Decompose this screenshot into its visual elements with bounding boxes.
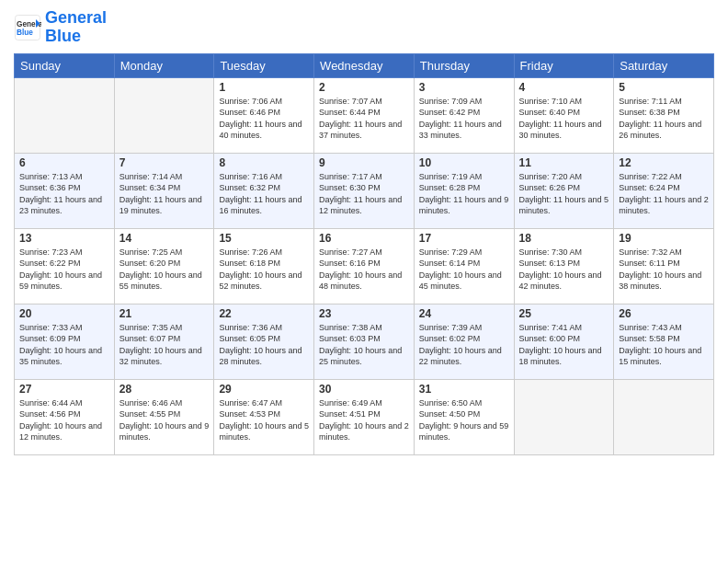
header-row: SundayMondayTuesdayWednesdayThursdayFrid… [15, 53, 714, 77]
day-number: 4 [519, 81, 609, 94]
day-number: 15 [219, 232, 309, 245]
day-info: Sunrise: 7:27 AM Sunset: 6:16 PM Dayligh… [319, 247, 409, 293]
day-info: Sunrise: 7:19 AM Sunset: 6:28 PM Dayligh… [419, 171, 509, 217]
day-number: 31 [419, 383, 509, 396]
day-info: Sunrise: 7:13 AM Sunset: 6:36 PM Dayligh… [19, 171, 109, 217]
svg-text:Blue: Blue [17, 28, 33, 36]
week-row-3: 20Sunrise: 7:33 AM Sunset: 6:09 PM Dayli… [15, 304, 714, 379]
day-number: 19 [619, 232, 709, 245]
day-info: Sunrise: 7:29 AM Sunset: 6:14 PM Dayligh… [419, 247, 509, 293]
day-number: 21 [119, 307, 210, 320]
calendar-cell: 11Sunrise: 7:20 AM Sunset: 6:26 PM Dayli… [514, 153, 614, 228]
day-info: Sunrise: 7:32 AM Sunset: 6:11 PM Dayligh… [619, 247, 709, 293]
col-header-saturday: Saturday [614, 53, 714, 77]
day-number: 24 [419, 307, 509, 320]
day-number: 12 [619, 156, 709, 169]
day-number: 27 [19, 383, 109, 396]
day-info: Sunrise: 7:23 AM Sunset: 6:22 PM Dayligh… [19, 247, 109, 293]
col-header-thursday: Thursday [414, 53, 514, 77]
calendar-cell: 8Sunrise: 7:16 AM Sunset: 6:32 PM Daylig… [214, 153, 314, 228]
day-info: Sunrise: 7:20 AM Sunset: 6:26 PM Dayligh… [519, 171, 609, 217]
calendar-cell: 5Sunrise: 7:11 AM Sunset: 6:38 PM Daylig… [614, 77, 714, 153]
day-info: Sunrise: 7:36 AM Sunset: 6:05 PM Dayligh… [219, 322, 309, 368]
col-header-monday: Monday [114, 53, 214, 77]
day-number: 23 [319, 307, 409, 320]
day-info: Sunrise: 6:49 AM Sunset: 4:51 PM Dayligh… [319, 397, 409, 443]
calendar-cell: 16Sunrise: 7:27 AM Sunset: 6:16 PM Dayli… [314, 228, 415, 304]
col-header-sunday: Sunday [15, 53, 115, 77]
calendar-cell: 4Sunrise: 7:10 AM Sunset: 6:40 PM Daylig… [514, 77, 614, 153]
day-info: Sunrise: 7:11 AM Sunset: 6:38 PM Dayligh… [619, 96, 709, 142]
calendar-cell: 6Sunrise: 7:13 AM Sunset: 6:36 PM Daylig… [15, 153, 115, 228]
day-number: 16 [319, 232, 409, 245]
calendar-cell: 1Sunrise: 7:06 AM Sunset: 6:46 PM Daylig… [214, 77, 314, 153]
calendar-cell: 9Sunrise: 7:17 AM Sunset: 6:30 PM Daylig… [314, 153, 415, 228]
day-info: Sunrise: 7:33 AM Sunset: 6:09 PM Dayligh… [19, 322, 109, 368]
day-info: Sunrise: 7:10 AM Sunset: 6:40 PM Dayligh… [519, 96, 609, 142]
day-info: Sunrise: 7:25 AM Sunset: 6:20 PM Dayligh… [119, 247, 210, 293]
calendar-cell [114, 77, 214, 153]
day-info: Sunrise: 7:35 AM Sunset: 6:07 PM Dayligh… [119, 322, 210, 368]
day-number: 2 [319, 81, 409, 94]
day-info: Sunrise: 7:14 AM Sunset: 6:34 PM Dayligh… [119, 171, 210, 217]
day-info: Sunrise: 7:16 AM Sunset: 6:32 PM Dayligh… [219, 171, 309, 217]
calendar-cell: 24Sunrise: 7:39 AM Sunset: 6:02 PM Dayli… [414, 304, 514, 379]
col-header-friday: Friday [514, 53, 614, 77]
calendar-cell [15, 77, 115, 153]
day-number: 14 [119, 232, 210, 245]
day-number: 13 [19, 232, 109, 245]
day-info: Sunrise: 6:50 AM Sunset: 4:50 PM Dayligh… [419, 397, 509, 443]
day-info: Sunrise: 7:26 AM Sunset: 6:18 PM Dayligh… [219, 247, 309, 293]
day-info: Sunrise: 7:43 AM Sunset: 5:58 PM Dayligh… [619, 322, 709, 368]
day-info: Sunrise: 6:44 AM Sunset: 4:56 PM Dayligh… [19, 397, 109, 443]
col-header-tuesday: Tuesday [214, 53, 314, 77]
header: General Blue GeneralBlue [14, 9, 714, 46]
day-number: 22 [219, 307, 309, 320]
day-number: 9 [319, 156, 409, 169]
day-info: Sunrise: 6:47 AM Sunset: 4:53 PM Dayligh… [219, 397, 309, 443]
calendar-cell: 18Sunrise: 7:30 AM Sunset: 6:13 PM Dayli… [514, 228, 614, 304]
calendar-cell: 3Sunrise: 7:09 AM Sunset: 6:42 PM Daylig… [414, 77, 514, 153]
calendar-cell: 17Sunrise: 7:29 AM Sunset: 6:14 PM Dayli… [414, 228, 514, 304]
day-number: 1 [219, 81, 309, 94]
week-row-4: 27Sunrise: 6:44 AM Sunset: 4:56 PM Dayli… [15, 379, 714, 454]
day-number: 17 [419, 232, 509, 245]
day-info: Sunrise: 7:39 AM Sunset: 6:02 PM Dayligh… [419, 322, 509, 368]
calendar-cell: 27Sunrise: 6:44 AM Sunset: 4:56 PM Dayli… [15, 379, 115, 454]
col-header-wednesday: Wednesday [314, 53, 415, 77]
calendar-cell: 15Sunrise: 7:26 AM Sunset: 6:18 PM Dayli… [214, 228, 314, 304]
calendar-cell: 19Sunrise: 7:32 AM Sunset: 6:11 PM Dayli… [614, 228, 714, 304]
page: General Blue GeneralBlue SundayMondayTue… [0, 0, 728, 465]
calendar-cell: 13Sunrise: 7:23 AM Sunset: 6:22 PM Dayli… [15, 228, 115, 304]
calendar-cell: 23Sunrise: 7:38 AM Sunset: 6:03 PM Dayli… [314, 304, 415, 379]
day-info: Sunrise: 7:17 AM Sunset: 6:30 PM Dayligh… [319, 171, 409, 217]
day-number: 30 [319, 383, 409, 396]
calendar-cell: 2Sunrise: 7:07 AM Sunset: 6:44 PM Daylig… [314, 77, 415, 153]
day-info: Sunrise: 6:46 AM Sunset: 4:55 PM Dayligh… [119, 397, 210, 443]
calendar-cell: 25Sunrise: 7:41 AM Sunset: 6:00 PM Dayli… [514, 304, 614, 379]
calendar-cell [514, 379, 614, 454]
day-number: 5 [619, 81, 709, 94]
calendar-cell: 26Sunrise: 7:43 AM Sunset: 5:58 PM Dayli… [614, 304, 714, 379]
day-info: Sunrise: 7:07 AM Sunset: 6:44 PM Dayligh… [319, 96, 409, 142]
day-info: Sunrise: 7:30 AM Sunset: 6:13 PM Dayligh… [519, 247, 609, 293]
logo-icon: General Blue [14, 14, 41, 41]
calendar-cell: 12Sunrise: 7:22 AM Sunset: 6:24 PM Dayli… [614, 153, 714, 228]
calendar-cell: 14Sunrise: 7:25 AM Sunset: 6:20 PM Dayli… [114, 228, 214, 304]
calendar-cell: 10Sunrise: 7:19 AM Sunset: 6:28 PM Dayli… [414, 153, 514, 228]
logo: General Blue GeneralBlue [14, 9, 107, 46]
logo-text: GeneralBlue [45, 9, 107, 46]
day-number: 8 [219, 156, 309, 169]
day-info: Sunrise: 7:22 AM Sunset: 6:24 PM Dayligh… [619, 171, 709, 217]
day-number: 6 [19, 156, 109, 169]
day-info: Sunrise: 7:09 AM Sunset: 6:42 PM Dayligh… [419, 96, 509, 142]
calendar-cell: 20Sunrise: 7:33 AM Sunset: 6:09 PM Dayli… [15, 304, 115, 379]
calendar-cell: 7Sunrise: 7:14 AM Sunset: 6:34 PM Daylig… [114, 153, 214, 228]
day-number: 26 [619, 307, 709, 320]
calendar-cell: 21Sunrise: 7:35 AM Sunset: 6:07 PM Dayli… [114, 304, 214, 379]
day-number: 29 [219, 383, 309, 396]
calendar-cell: 30Sunrise: 6:49 AM Sunset: 4:51 PM Dayli… [314, 379, 415, 454]
calendar-cell [614, 379, 714, 454]
day-number: 18 [519, 232, 609, 245]
calendar-cell: 31Sunrise: 6:50 AM Sunset: 4:50 PM Dayli… [414, 379, 514, 454]
